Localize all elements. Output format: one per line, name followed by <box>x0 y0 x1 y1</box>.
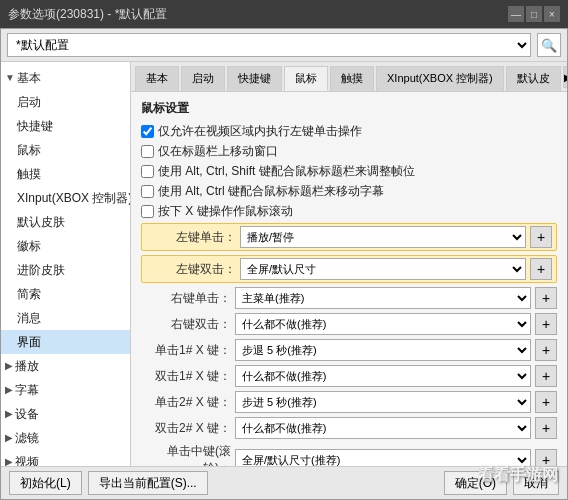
preset-select[interactable]: *默认配置 <box>7 33 531 57</box>
sidebar-item-advancedskin[interactable]: 进阶皮肤 <box>1 258 130 282</box>
sidebar-group-playback[interactable]: ▶ 播放 <box>1 354 130 378</box>
sidebar-item-simple[interactable]: 简索 <box>1 282 130 306</box>
sidebar-group-device[interactable]: ▶ 设备 <box>1 402 130 426</box>
sidebar-group-subtitle-label: 字幕 <box>15 380 39 400</box>
sidebar-group-filter[interactable]: ▶ 滤镜 <box>1 426 130 450</box>
section-title: 鼠标设置 <box>141 100 557 117</box>
sidebar-item-message[interactable]: 消息 <box>1 306 130 330</box>
checkbox-row-4: 使用 Alt, Ctrl 键配合鼠标标题栏来移动字幕 <box>141 183 557 200</box>
sidebar-group-basic[interactable]: ▼ 基本 <box>1 66 130 90</box>
checkbox-row-3: 使用 Alt, Ctrl, Shift 键配合鼠标标题栏来调整帧位 <box>141 163 557 180</box>
sidebar-group-video[interactable]: ▶ 视频 <box>1 450 130 466</box>
sidebar-item-startup[interactable]: 启动 <box>1 90 130 114</box>
settings-row-4: 单击1# X 键：步退 5 秒(推荐)+ <box>141 339 557 361</box>
content-area: ▼ 基本 启动 快捷键 鼠标 触摸 XInput(XBOX 控制器) 默认皮肤 … <box>1 62 567 466</box>
plus-button-2[interactable]: + <box>535 287 557 309</box>
row-select-8[interactable]: 全屏/默认尺寸(推荐) <box>235 449 531 466</box>
plus-button-5[interactable]: + <box>535 365 557 387</box>
settings-row-5: 双击1# X 键：什么都不做(推荐)+ <box>141 365 557 387</box>
checkbox-3[interactable] <box>141 165 154 178</box>
title-bar-controls: — □ × <box>508 6 560 22</box>
sidebar-group-label: 基本 <box>17 68 41 88</box>
search-button[interactable]: 🔍 <box>537 33 561 57</box>
main-window: *默认配置 🔍 ▼ 基本 启动 快捷键 鼠标 触摸 XInput(XBOX 控制… <box>0 28 568 500</box>
bottom-right: 确定(O) 取消 <box>444 471 559 495</box>
expand-icon-video: ▶ <box>5 452 13 466</box>
checkbox-row-5: 按下 X 键操作作鼠标滚动 <box>141 203 557 220</box>
tab-xinput[interactable]: XInput(XBOX 控制器) <box>376 66 504 91</box>
tab-mouse[interactable]: 鼠标 <box>284 66 328 91</box>
row-label-6: 单击2# X 键： <box>141 394 231 411</box>
right-panel: 基本 启动 快捷键 鼠标 触摸 XInput(XBOX 控制器) 默认皮 ▶ 鼠… <box>131 62 567 466</box>
row-label-4: 单击1# X 键： <box>141 342 231 359</box>
row-label-5: 双击1# X 键： <box>141 368 231 385</box>
settings-row-8: 单击中键(滚轮)：全屏/默认尺寸(推荐)+ <box>141 443 557 466</box>
tab-basic[interactable]: 基本 <box>135 66 179 91</box>
close-button[interactable]: × <box>544 6 560 22</box>
plus-button-4[interactable]: + <box>535 339 557 361</box>
checkbox-5[interactable] <box>141 205 154 218</box>
sidebar-item-hotkey[interactable]: 快捷键 <box>1 114 130 138</box>
expand-icon-filter: ▶ <box>5 428 13 448</box>
tab-scroll-right[interactable]: ▶ <box>563 66 567 88</box>
plus-button-7[interactable]: + <box>535 417 557 439</box>
cancel-button[interactable]: 取消 <box>513 471 559 495</box>
init-button[interactable]: 初始化(L) <box>9 471 82 495</box>
checkbox-label-5[interactable]: 按下 X 键操作作鼠标滚动 <box>158 203 293 220</box>
row-select-6[interactable]: 步进 5 秒(推荐) <box>235 391 531 413</box>
panel-content: 鼠标设置 仅允许在视频区域内执行左键单击操作 仅在标题栏上移动窗口 使用 Alt… <box>131 92 567 466</box>
row-select-1[interactable]: 全屏/默认尺寸 <box>240 258 526 280</box>
row-select-5[interactable]: 什么都不做(推荐) <box>235 365 531 387</box>
checkbox-label-1[interactable]: 仅允许在视频区域内执行左键单击操作 <box>158 123 362 140</box>
sidebar-group-filter-label: 滤镜 <box>15 428 39 448</box>
plus-button-3[interactable]: + <box>535 313 557 335</box>
sidebar-group-video-label: 视频 <box>15 452 39 466</box>
export-button[interactable]: 导出当前配置(S)... <box>88 471 208 495</box>
expand-icon: ▼ <box>5 68 15 88</box>
tab-startup[interactable]: 启动 <box>181 66 225 91</box>
sidebar-item-badge[interactable]: 徽标 <box>1 234 130 258</box>
ok-button[interactable]: 确定(O) <box>444 471 507 495</box>
expand-icon-device: ▶ <box>5 404 13 424</box>
plus-button-1[interactable]: + <box>530 258 552 280</box>
window-title: 参数选项(230831) - *默认配置 <box>8 6 167 23</box>
checkbox-row-2: 仅在标题栏上移动窗口 <box>141 143 557 160</box>
tab-hotkey[interactable]: 快捷键 <box>227 66 282 91</box>
checkbox-4[interactable] <box>141 185 154 198</box>
bottom-left: 初始化(L) 导出当前配置(S)... <box>9 471 208 495</box>
row-select-0[interactable]: 播放/暂停 <box>240 226 526 248</box>
plus-button-0[interactable]: + <box>530 226 552 248</box>
sidebar: ▼ 基本 启动 快捷键 鼠标 触摸 XInput(XBOX 控制器) 默认皮肤 … <box>1 62 131 466</box>
plus-button-8[interactable]: + <box>535 449 557 466</box>
sidebar-item-xinput[interactable]: XInput(XBOX 控制器) <box>1 186 130 210</box>
title-bar-left: 参数选项(230831) - *默认配置 <box>8 6 167 23</box>
maximize-button[interactable]: □ <box>526 6 542 22</box>
row-select-7[interactable]: 什么都不做(推荐) <box>235 417 531 439</box>
top-bar: *默认配置 🔍 <box>1 29 567 62</box>
sidebar-item-ui[interactable]: 界面 <box>1 330 130 354</box>
expand-icon-subtitle: ▶ <box>5 380 13 400</box>
tab-defaultskin[interactable]: 默认皮 <box>506 66 561 91</box>
minimize-button[interactable]: — <box>508 6 524 22</box>
row-select-3[interactable]: 什么都不做(推荐) <box>235 313 531 335</box>
sidebar-item-mouse[interactable]: 鼠标 <box>1 138 130 162</box>
sidebar-group-subtitle[interactable]: ▶ 字幕 <box>1 378 130 402</box>
sidebar-group-device-label: 设备 <box>15 404 39 424</box>
tab-touch[interactable]: 触摸 <box>330 66 374 91</box>
checkbox-2[interactable] <box>141 145 154 158</box>
sidebar-item-touch[interactable]: 触摸 <box>1 162 130 186</box>
row-select-4[interactable]: 步退 5 秒(推荐) <box>235 339 531 361</box>
settings-rows: 左键单击：播放/暂停+左键双击：全屏/默认尺寸+右键单击：主菜单(推荐)+右键双… <box>141 223 557 466</box>
checkbox-row-1: 仅允许在视频区域内执行左键单击操作 <box>141 123 557 140</box>
row-label-7: 双击2# X 键： <box>141 420 231 437</box>
settings-row-2: 右键单击：主菜单(推荐)+ <box>141 287 557 309</box>
checkbox-label-3[interactable]: 使用 Alt, Ctrl, Shift 键配合鼠标标题栏来调整帧位 <box>158 163 415 180</box>
checkbox-1[interactable] <box>141 125 154 138</box>
checkbox-label-4[interactable]: 使用 Alt, Ctrl 键配合鼠标标题栏来移动字幕 <box>158 183 384 200</box>
sidebar-group-playback-label: 播放 <box>15 356 39 376</box>
plus-button-6[interactable]: + <box>535 391 557 413</box>
sidebar-item-defaultskin[interactable]: 默认皮肤 <box>1 210 130 234</box>
checkbox-label-2[interactable]: 仅在标题栏上移动窗口 <box>158 143 278 160</box>
row-select-2[interactable]: 主菜单(推荐) <box>235 287 531 309</box>
expand-icon-playback: ▶ <box>5 356 13 376</box>
